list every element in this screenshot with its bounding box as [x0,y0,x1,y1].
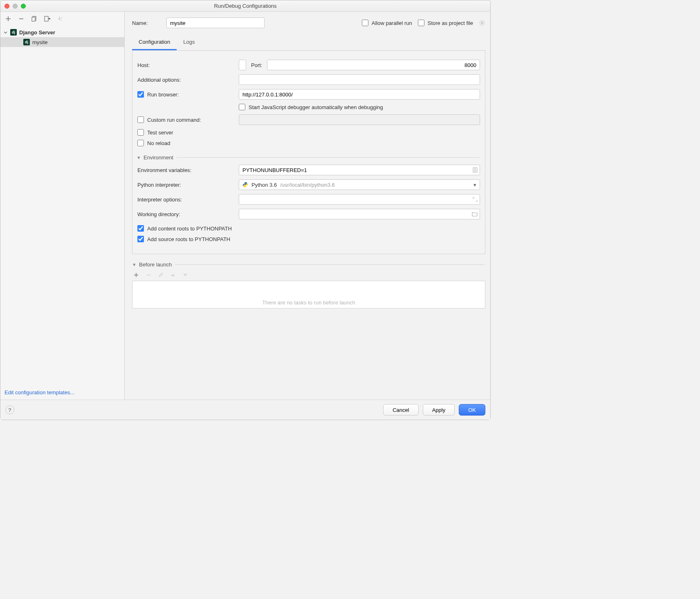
add-content-roots-input[interactable] [137,225,144,232]
configuration-panel: Host: Port: Additional options: [132,51,485,254]
run-browser-label: Run browser: [147,92,179,98]
test-server-input[interactable] [137,129,144,136]
working-dir-row: Working directory: [137,209,480,219]
chevron-down-icon [4,31,8,34]
additional-options-input[interactable] [239,74,480,85]
edit-templates-link[interactable]: Edit configuration templates... [4,389,74,396]
environment-section-header[interactable]: ▾ Environment [137,154,480,161]
run-debug-dialog: Run/Debug Configurations az dj Django Se… [0,0,491,420]
svg-text:z: z [61,19,62,21]
run-browser-row: Run browser: [137,89,480,100]
svg-rect-1 [32,17,35,21]
custom-run-cmd-label: Custom run command: [147,117,201,123]
add-content-roots-checkbox[interactable]: Add content roots to PYTHONPATH [137,225,232,232]
test-server-row: Test server [137,129,480,136]
help-button[interactable]: ? [5,405,14,414]
sort-config-icon[interactable]: az [57,15,64,22]
close-window-button[interactable] [4,4,9,9]
svg-rect-2 [45,16,48,21]
host-label: Host: [137,62,234,68]
add-source-roots-row: Add source roots to PYTHONPATH [137,236,480,242]
add-source-roots-label: Add source roots to PYTHONPATH [147,236,230,242]
ok-button[interactable]: OK [459,404,485,416]
no-reload-input[interactable] [137,140,144,146]
env-vars-label: Environment variables: [137,167,234,173]
tree-root-django-server[interactable]: dj Django Server [0,27,124,37]
add-source-roots-checkbox[interactable]: Add source roots to PYTHONPATH [137,236,230,242]
move-down-icon [182,272,188,278]
before-launch-toolbar [132,269,485,281]
tab-logs[interactable]: Logs [177,36,201,50]
django-icon: dj [10,29,17,36]
dialog-footer: ? Cancel Apply OK [0,400,490,420]
zoom-window-button[interactable] [21,4,26,9]
copy-config-icon[interactable] [31,15,38,22]
add-config-icon[interactable] [4,15,12,22]
run-browser-url-input[interactable] [239,89,480,100]
interpreter-options-input[interactable] [239,194,480,205]
window-title: Run/Debug Configurations [4,3,486,9]
store-as-project-file-label: Store as project file [428,20,473,26]
before-launch-section-header[interactable]: ▾ Before launch [133,262,485,268]
env-vars-row: Environment variables: [137,165,480,175]
tab-configuration[interactable]: Configuration [132,36,177,50]
chevron-down-icon: ▾ [473,182,476,188]
env-vars-input[interactable] [239,165,480,175]
titlebar: Run/Debug Configurations [0,0,490,12]
name-input[interactable] [166,18,265,28]
add-content-roots-label: Add content roots to PYTHONPATH [147,226,232,232]
no-reload-label: No reload [147,140,170,146]
store-as-project-file-checkbox[interactable]: Store as project file [418,20,473,26]
interpreter-path: /usr/local/bin/python3.6 [280,182,335,188]
add-source-roots-input[interactable] [137,236,144,242]
add-task-icon[interactable] [133,272,139,278]
gear-icon[interactable] [479,20,485,26]
edit-task-icon [157,272,164,278]
apply-button[interactable]: Apply [423,404,455,416]
sidebar-footer: Edit configuration templates... [0,385,124,400]
tabbar: Configuration Logs [132,36,485,51]
custom-run-cmd-checkbox[interactable]: Custom run command: [137,116,234,123]
js-debugger-checkbox[interactable]: Start JavaScript debugger automatically … [239,104,383,110]
custom-run-cmd-row: Custom run command: [137,114,480,125]
js-debugger-input[interactable] [239,104,245,110]
no-reload-row: No reload [137,140,480,146]
host-input[interactable] [239,60,246,70]
before-launch-list: There are no tasks to run before launch [132,281,485,308]
chevron-down-icon: ▾ [133,262,136,268]
list-icon[interactable] [473,167,478,173]
expand-icon[interactable] [473,197,478,202]
name-row: Name: Allow parallel run Store as projec… [132,18,485,28]
config-tree: dj Django Server dj mysite [0,26,124,385]
run-browser-input[interactable] [137,91,144,98]
allow-parallel-run-label: Allow parallel run [372,20,412,26]
cancel-button[interactable]: Cancel [383,404,418,416]
before-launch-empty-text: There are no tasks to run before launch [262,300,355,306]
additional-options-row: Additional options: [137,74,480,85]
port-input[interactable] [267,60,480,70]
store-as-project-file-input[interactable] [418,20,424,26]
folder-icon[interactable] [472,212,478,217]
custom-run-cmd-input[interactable] [137,116,144,123]
sidebar-toolbar: az [0,12,124,26]
remove-config-icon[interactable] [18,15,25,22]
minimize-window-button[interactable] [13,4,18,9]
working-dir-input[interactable] [239,209,480,219]
run-browser-checkbox[interactable]: Run browser: [137,91,234,98]
tree-item-mysite[interactable]: dj mysite [0,37,124,47]
allow-parallel-run-input[interactable] [362,20,368,26]
test-server-checkbox[interactable]: Test server [137,129,173,136]
custom-run-cmd-field [239,114,480,125]
remove-task-icon [145,272,152,278]
interpreter-options-label: Interpreter options: [137,197,234,203]
add-content-roots-row: Add content roots to PYTHONPATH [137,225,480,232]
move-up-icon [170,272,176,278]
config-tree-sidebar: az dj Django Server dj mysite Edit confi… [0,12,125,400]
interpreter-select[interactable]: Python 3.6 /usr/local/bin/python3.6 ▾ [239,179,480,190]
no-reload-checkbox[interactable]: No reload [137,140,170,146]
allow-parallel-run-checkbox[interactable]: Allow parallel run [362,20,412,26]
save-config-icon[interactable] [44,15,51,22]
svg-point-8 [246,186,246,187]
svg-point-7 [245,183,245,183]
interpreter-name: Python 3.6 [251,182,277,188]
